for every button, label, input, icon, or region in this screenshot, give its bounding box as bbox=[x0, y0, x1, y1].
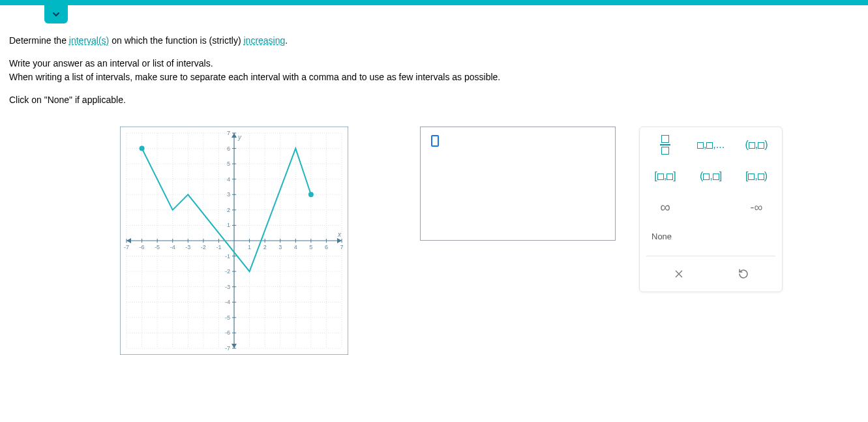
keypad-clear[interactable] bbox=[660, 264, 698, 284]
keypad-undo[interactable] bbox=[725, 264, 762, 284]
svg-text:6: 6 bbox=[227, 145, 230, 152]
svg-text:-2: -2 bbox=[201, 244, 206, 250]
svg-text:-7: -7 bbox=[124, 244, 129, 250]
answer-input[interactable] bbox=[420, 127, 616, 241]
svg-text:2: 2 bbox=[227, 207, 230, 213]
keypad-none[interactable]: None bbox=[646, 229, 677, 244]
q-prefix: Determine the bbox=[9, 35, 69, 46]
svg-text:-4: -4 bbox=[225, 299, 230, 305]
keypad-closed-open[interactable]: [,) bbox=[738, 166, 775, 186]
question-text: Determine the interval(s) on which the f… bbox=[9, 34, 859, 48]
keypad-spacer bbox=[692, 198, 730, 217]
keypad-closed-closed[interactable]: [,] bbox=[646, 166, 684, 186]
svg-text:y: y bbox=[237, 134, 242, 141]
svg-text:-3: -3 bbox=[225, 284, 230, 290]
close-icon bbox=[674, 269, 684, 279]
svg-text:-3: -3 bbox=[185, 244, 190, 250]
svg-text:-6: -6 bbox=[140, 244, 145, 250]
top-bar bbox=[0, 0, 868, 5]
svg-text:5: 5 bbox=[227, 160, 230, 167]
instr-line3: Click on "None" if applicable. bbox=[9, 93, 859, 107]
svg-text:-1: -1 bbox=[216, 244, 221, 250]
svg-text:-5: -5 bbox=[155, 244, 160, 250]
input-cursor bbox=[431, 135, 439, 147]
svg-text:-5: -5 bbox=[225, 314, 230, 321]
chevron-down-icon bbox=[51, 9, 61, 20]
keypad-fraction[interactable] bbox=[646, 135, 684, 155]
graph-panel: -7-6-5-4-3-2-11234567-7-6-5-4-3-2-112345… bbox=[120, 127, 348, 357]
svg-point-95 bbox=[140, 146, 145, 151]
svg-text:1: 1 bbox=[248, 244, 251, 250]
svg-text:7: 7 bbox=[227, 130, 230, 136]
svg-text:7: 7 bbox=[340, 244, 343, 250]
svg-text:3: 3 bbox=[278, 244, 282, 250]
svg-text:5: 5 bbox=[309, 244, 312, 250]
svg-text:x: x bbox=[337, 231, 342, 238]
svg-text:-2: -2 bbox=[225, 268, 230, 275]
svg-text:-6: -6 bbox=[225, 329, 230, 336]
keypad-infinity[interactable]: ∞ bbox=[646, 198, 684, 217]
svg-text:-4: -4 bbox=[170, 244, 175, 250]
function-graph: -7-6-5-4-3-2-11234567-7-6-5-4-3-2-112345… bbox=[120, 127, 348, 355]
svg-text:-1: -1 bbox=[225, 253, 230, 260]
keypad: ,,... (,) [,] (,] [,) ∞ -∞ bbox=[639, 127, 783, 292]
undo-icon bbox=[738, 268, 749, 280]
svg-text:1: 1 bbox=[227, 222, 230, 228]
svg-point-96 bbox=[308, 192, 314, 197]
keypad-list[interactable]: ,,... bbox=[692, 135, 730, 155]
q-suffix: . bbox=[285, 35, 288, 46]
keypad-neg-infinity[interactable]: -∞ bbox=[738, 198, 775, 217]
svg-text:4: 4 bbox=[294, 244, 297, 250]
instr-line1: Write your answer as an interval or list… bbox=[9, 57, 859, 70]
glossary-link-increasing[interactable]: increasing bbox=[243, 35, 285, 46]
svg-text:3: 3 bbox=[227, 191, 230, 198]
svg-text:4: 4 bbox=[227, 176, 230, 183]
glossary-link-intervals[interactable]: interval(s) bbox=[69, 35, 109, 46]
expand-toggle[interactable] bbox=[44, 5, 68, 23]
keypad-open-open[interactable]: (,) bbox=[738, 135, 775, 155]
svg-text:6: 6 bbox=[325, 244, 328, 250]
keypad-open-closed[interactable]: (,] bbox=[692, 166, 730, 186]
svg-text:-7: -7 bbox=[225, 345, 230, 352]
instructions-block: Write your answer as an interval or list… bbox=[9, 57, 859, 84]
svg-text:2: 2 bbox=[263, 244, 267, 250]
q-mid: on which the function is (strictly) bbox=[109, 35, 243, 46]
instr-line2: When writing a list of intervals, make s… bbox=[9, 70, 859, 84]
